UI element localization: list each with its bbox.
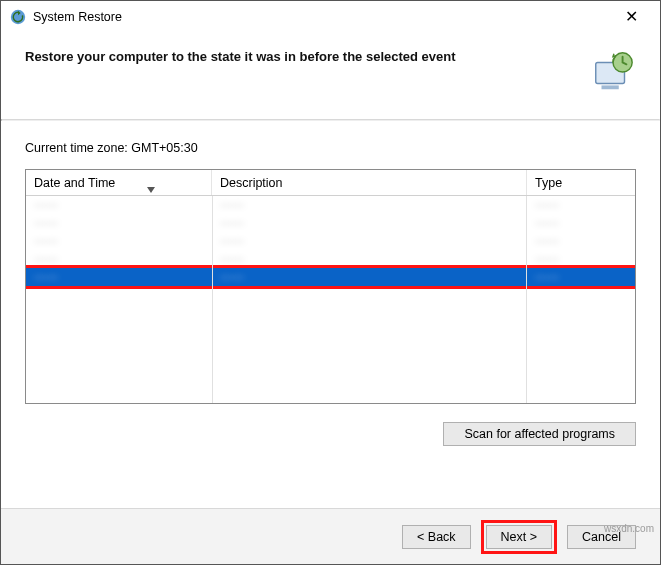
- next-highlight: Next >: [481, 520, 557, 554]
- restore-page-icon: [590, 49, 636, 95]
- timezone-label: Current time zone: GMT+05:30: [25, 141, 636, 155]
- cell-date: ——: [26, 216, 212, 230]
- scan-row: Scan for affected programs: [25, 422, 636, 446]
- table-header: Date and Time Description Type: [26, 170, 635, 196]
- cell-desc: ——: [212, 216, 527, 230]
- table-row: [26, 376, 635, 394]
- content-panel: Current time zone: GMT+05:30 Date and Ti…: [1, 121, 660, 466]
- table-row: [26, 322, 635, 340]
- cell-date: ——: [26, 252, 212, 266]
- window-title: System Restore: [33, 10, 122, 24]
- cell-desc: ——: [212, 252, 527, 266]
- table-row: [26, 340, 635, 358]
- cell-date: ——: [26, 198, 212, 212]
- table-row: [26, 304, 635, 322]
- col-header-date-label: Date and Time: [34, 176, 115, 190]
- cell-type: ——: [527, 270, 635, 284]
- col-header-date[interactable]: Date and Time: [26, 170, 212, 195]
- cell-date: ——: [26, 234, 212, 248]
- scan-affected-button[interactable]: Scan for affected programs: [443, 422, 636, 446]
- next-button[interactable]: Next >: [486, 525, 552, 549]
- page-heading: Restore your computer to the state it wa…: [25, 49, 574, 64]
- cell-date: ——: [26, 270, 212, 284]
- wizard-footer: < Back Next > Cancel: [1, 508, 660, 564]
- sort-desc-icon: [147, 176, 155, 202]
- cell-desc: ——: [212, 198, 527, 212]
- restore-points-table[interactable]: Date and Time Description Type —————————…: [25, 169, 636, 404]
- table-row[interactable]: ——————: [26, 232, 635, 250]
- cell-type: ——: [527, 198, 635, 212]
- header: Restore your computer to the state it wa…: [1, 33, 660, 119]
- col-header-desc[interactable]: Description: [212, 170, 527, 195]
- cell-type: ——: [527, 252, 635, 266]
- close-button[interactable]: ✕: [610, 1, 652, 33]
- table-row: [26, 358, 635, 376]
- cancel-button[interactable]: Cancel: [567, 525, 636, 549]
- table-row[interactable]: ——————: [26, 214, 635, 232]
- table-row: [26, 286, 635, 304]
- back-button[interactable]: < Back: [402, 525, 471, 549]
- svg-rect-2: [602, 85, 619, 89]
- table-row[interactable]: ——————: [26, 268, 635, 286]
- col-header-type[interactable]: Type: [527, 170, 635, 195]
- table-body: ——————————————————————————————: [26, 196, 635, 394]
- cell-desc: ——: [212, 234, 527, 248]
- restore-app-icon: [9, 8, 27, 26]
- titlebar: System Restore ✕: [1, 1, 660, 33]
- cell-desc: ——: [212, 270, 527, 284]
- table-row[interactable]: ——————: [26, 250, 635, 268]
- table-row[interactable]: ——————: [26, 196, 635, 214]
- cell-type: ——: [527, 234, 635, 248]
- cell-type: ——: [527, 216, 635, 230]
